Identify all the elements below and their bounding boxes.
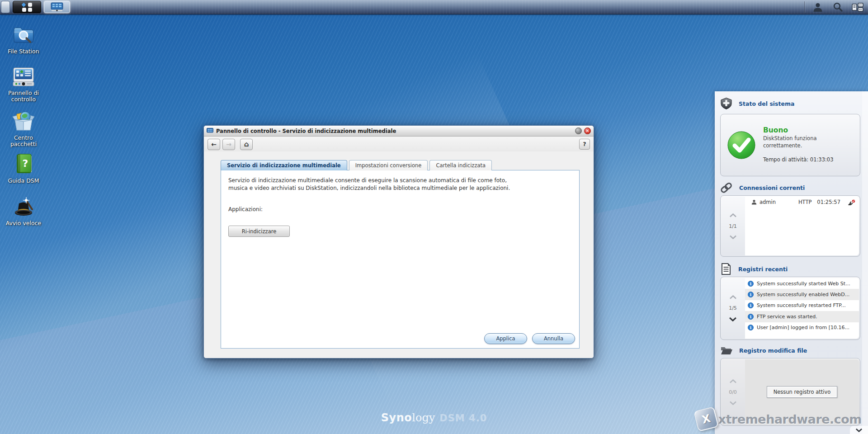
search-button[interactable] <box>831 1 844 13</box>
link-icon <box>720 181 733 194</box>
desktop-icon-dsm-help[interactable]: ? Guida DSM <box>2 153 45 184</box>
window-titlebar[interactable]: Pannello di controllo - Servizio di indi… <box>204 126 594 137</box>
control-panel-window: Pannello di controllo - Servizio di indi… <box>203 125 594 359</box>
desktop-icon-control-panel[interactable]: Pannello di controllo <box>2 66 45 103</box>
tab-conversion-settings[interactable]: Impostazioni conversione <box>349 160 428 170</box>
tab-media-indexing-service[interactable]: Servizio di indicizzazione multimediale <box>221 160 347 170</box>
folder-open-icon <box>720 344 733 356</box>
main-menu-button[interactable] <box>13 1 41 13</box>
svg-text:i: i <box>750 292 752 297</box>
connection-time: 01:25:57 <box>817 199 840 205</box>
dsm-desktop: File Station Pannello di controllo <box>0 0 868 434</box>
help-button[interactable]: ? <box>579 139 590 150</box>
dsm-version-text: DSM 4.0 <box>439 413 487 424</box>
connections-pager: 1/1 <box>721 196 745 256</box>
close-button[interactable]: ✕ <box>584 127 591 134</box>
desktop-icon-label: Guida DSM <box>8 178 39 184</box>
forward-button[interactable]: → <box>222 139 235 150</box>
info-icon: i <box>748 281 754 287</box>
file-station-icon <box>12 24 35 46</box>
user-icon <box>751 199 757 205</box>
page-up-icon[interactable] <box>729 379 737 383</box>
help-icon: ? <box>583 141 586 147</box>
desktop-icon-package-center[interactable]: Centro pacchetti <box>2 110 45 148</box>
disconnect-icon[interactable] <box>848 199 855 205</box>
xtremehardware-text: xtremehardware.com <box>718 412 862 426</box>
svg-text:i: i <box>750 303 752 308</box>
pilot-view-icon <box>852 3 863 12</box>
xtremehardware-watermark: X xtremehardware.com <box>696 409 862 429</box>
taskbar-separator <box>804 1 805 13</box>
pilot-view-button[interactable] <box>851 1 864 13</box>
cancel-button[interactable]: Annulla <box>532 333 575 344</box>
brand-text: logy <box>412 411 435 424</box>
system-status-box: Buono DiskStation funziona correttamente… <box>720 114 860 176</box>
pager-label: 1/5 <box>729 305 737 311</box>
applications-label: Applicazioni: <box>228 206 572 212</box>
info-icon: i <box>748 292 754 297</box>
minimize-button[interactable] <box>575 127 582 134</box>
widget-title: Registro modifica file <box>739 347 807 354</box>
taskbar <box>0 0 868 14</box>
log-row[interactable]: i System successfully started Web St... <box>745 278 859 289</box>
desktop-icon-label: Avvio veloce <box>6 220 41 226</box>
window-title: Pannello di controllo - Servizio di indi… <box>216 128 573 134</box>
taskbar-right-icons <box>804 0 864 14</box>
apply-button[interactable]: Applica <box>484 333 527 344</box>
user-icon <box>813 2 823 12</box>
tab-strip: Servizio di indicizzazione multimediale … <box>221 160 492 170</box>
reindex-button[interactable]: Ri-indicizzare <box>228 226 290 237</box>
desktop-icon-label: File Station <box>8 48 39 55</box>
desktop-icon-quick-start[interactable]: Avvio veloce <box>2 194 45 226</box>
show-desktop-button[interactable] <box>1 1 10 13</box>
status-description: DiskStation funziona correttamente. <box>763 135 831 149</box>
system-status-header: Stato del sistema <box>720 97 794 110</box>
dialog-actions: Applica Annulla <box>484 333 575 344</box>
control-panel-icon <box>12 66 35 88</box>
window-title-icon <box>207 128 213 134</box>
connection-row[interactable]: admin HTTP 01:25:57 <box>745 197 859 208</box>
uptime-label: Tempo di attività: 01:33:03 <box>763 156 834 163</box>
log-row[interactable]: i System successfully restarted FTP... <box>745 300 859 311</box>
file-change-log-header: Registro modifica file <box>720 344 807 357</box>
log-row[interactable]: i System successfully enabled WebD... <box>745 289 859 300</box>
shield-icon <box>720 97 732 110</box>
connections-list: admin HTTP 01:25:57 <box>745 197 859 255</box>
back-button[interactable]: ← <box>208 139 220 150</box>
svg-text:i: i <box>750 281 752 286</box>
page-up-icon[interactable] <box>729 213 737 217</box>
user-menu-button[interactable] <box>811 1 825 13</box>
log-row[interactable]: i FTP service was started. <box>745 311 859 322</box>
page-down-icon[interactable] <box>729 317 737 321</box>
status-text-block: Buono DiskStation funziona correttamente… <box>763 120 834 170</box>
status-ok-icon <box>727 131 756 160</box>
desktop-icon-file-station[interactable]: File Station <box>2 24 45 55</box>
home-icon: ⌂ <box>244 140 249 148</box>
page-down-icon[interactable] <box>729 401 737 405</box>
page-up-icon[interactable] <box>729 295 737 299</box>
taskbar-item-control-panel[interactable] <box>44 1 70 13</box>
connection-protocol: HTTP <box>798 199 811 205</box>
forward-icon: → <box>226 141 231 148</box>
close-icon: ✕ <box>585 129 589 133</box>
xtremehardware-logo: X <box>693 406 719 432</box>
svg-text:?: ? <box>23 158 28 169</box>
page-down-icon[interactable] <box>729 235 737 239</box>
desktop-icon-label: Centro pacchetti <box>2 135 45 148</box>
window-body: Servizio di indicizzazione multimediale … <box>204 151 594 358</box>
no-active-log-label: Nessun registro attivo <box>767 386 838 398</box>
tab-content-panel: Servizio di indicizzazione multimediale … <box>221 170 580 349</box>
recent-logs-box: 1/5 i System successfully started Web St… <box>720 277 860 340</box>
tab-indexed-folder[interactable]: Cartella indicizzata <box>429 160 492 170</box>
widget-title: Stato del sistema <box>739 100 794 107</box>
log-document-icon <box>720 263 732 275</box>
log-row[interactable]: i User [admin] logged in from [10.16... <box>745 322 859 333</box>
control-panel-task-icon <box>51 2 63 12</box>
home-button[interactable]: ⌂ <box>240 139 253 150</box>
svg-text:i: i <box>750 326 752 330</box>
status-value: Buono <box>763 126 834 134</box>
logs-pager: 1/5 <box>721 277 745 340</box>
connection-user: admin <box>760 199 776 205</box>
dsm-help-icon: ? <box>13 153 34 175</box>
connections-header: Connessioni correnti <box>720 181 805 194</box>
